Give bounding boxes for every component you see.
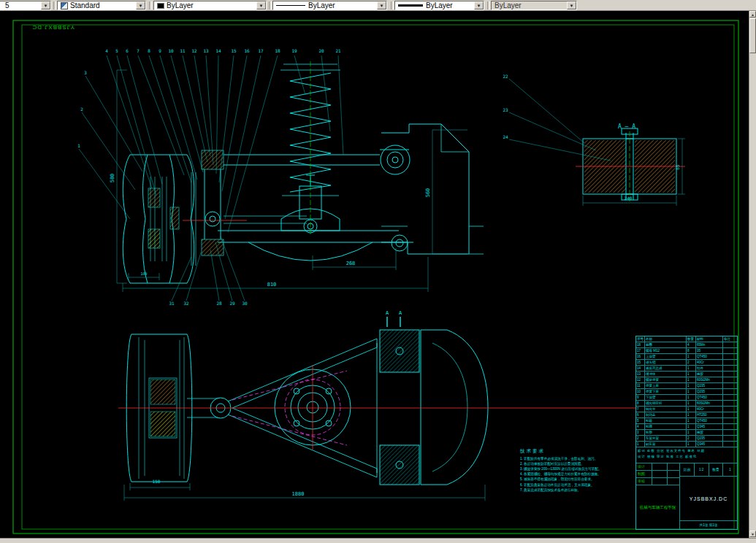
bom-cell-mat: 65Mn: [696, 342, 723, 347]
bom-cell-qty: 1: [687, 418, 696, 423]
bom-cell-mat: Q235: [696, 383, 723, 388]
bom-cell-no: 6: [636, 412, 645, 417]
svg-text:65: 65: [675, 164, 680, 170]
revision-line: 标记 处数 分区 更改文件号 签名 日期: [638, 448, 736, 454]
bom-row: 7转向节140Cr: [636, 407, 737, 412]
svg-text:30: 30: [242, 301, 248, 306]
text-style-arrow-icon[interactable]: ▼: [136, 1, 145, 9]
svg-text:9: 9: [159, 48, 161, 53]
lineweight-combo[interactable]: ByLayer ▼: [394, 1, 484, 10]
svg-text:6: 6: [126, 48, 129, 53]
bom-cell-name: 弹簧上座: [645, 383, 687, 388]
svg-text:31: 31: [169, 301, 175, 306]
bom-row: 1副车架1Q345: [636, 442, 737, 447]
bom-cell-qty: 数量: [687, 336, 696, 342]
bom-cell-qty: 4: [687, 342, 696, 347]
bom-row: 18垫圈465Mn: [636, 342, 737, 348]
bom-cell-name: 名称: [645, 336, 687, 342]
toolbar-separator: [53, 1, 56, 9]
svg-text:8: 8: [148, 48, 150, 53]
bom-cell-no: 14: [636, 366, 645, 371]
bom-cell-no: 9: [636, 395, 645, 400]
plan-view: [126, 330, 488, 485]
layer-combo-value: 5: [5, 1, 9, 9]
bom-cell-qty: 2: [687, 436, 696, 441]
bom-cell-name: 转向节: [645, 407, 687, 412]
revision-lines: 标记 处数 分区 更改文件号 签名 日期设计 校核 审定 批准 工艺 标准化: [636, 447, 737, 463]
drawing-canvas[interactable]: 4 5 6 7 8 9 10 11 12 13 14 15 16 17 18 1…: [0, 11, 749, 538]
layer-combo-arrow-icon[interactable]: ▼: [41, 1, 50, 9]
bom-cell-name: 下摆臂: [645, 395, 687, 400]
scale-label: 比例: [680, 463, 695, 476]
role-label: 审核: [636, 478, 652, 485]
svg-text:150: 150: [153, 479, 161, 484]
svg-text:24: 24: [503, 134, 508, 139]
bom-cell-name: 上摆臂: [645, 354, 687, 359]
technical-notes: 技术要求 1. 装配前所有零件必须清洗干净，去除毛刺、油污。2. 各运动摩擦副装…: [520, 448, 635, 493]
bom-cell-note: [723, 383, 737, 388]
bom-cell-no: 13: [636, 371, 645, 377]
bom-cell-note: [723, 436, 737, 441]
scroll-up-button[interactable]: ▲: [749, 11, 756, 18]
bom-cell-mat: Q235: [696, 436, 723, 441]
linetype-combo[interactable]: ByLayer ▼: [272, 1, 387, 10]
plotstyle-combo[interactable]: ByLayer ▼: [491, 1, 577, 10]
bom-cell-note: [723, 424, 737, 429]
bom-cell-mat: Q235: [696, 389, 723, 394]
lineweight-arrow-icon[interactable]: ▼: [474, 1, 484, 9]
sheet-info: 共1张 第1张: [680, 520, 737, 529]
color-combo[interactable]: ByLayer ▼: [153, 1, 267, 10]
toolbar-separator: [487, 1, 490, 9]
bom-cell-name: 螺母 M12: [645, 348, 687, 353]
svg-text:13: 13: [203, 48, 209, 53]
bom-cell-qty: 1: [687, 412, 696, 417]
bom-row: 16上摆臂1QT450: [636, 354, 737, 360]
role-row: 设计: [636, 463, 679, 471]
bom-cell-note: [723, 342, 737, 347]
bom-cell-name: 车架支架: [645, 436, 687, 441]
svg-text:810: 810: [267, 282, 277, 288]
bom-cell-note: [723, 401, 737, 406]
text-style-combo[interactable]: Standard ▼: [57, 1, 146, 10]
bom-cell-no: 10: [636, 389, 645, 394]
bom-cell-qty: 1: [687, 442, 696, 447]
bom-cell-name: 制动盘: [645, 412, 687, 417]
bom-cell-qty: 2: [687, 360, 696, 365]
svg-text:11: 11: [180, 48, 186, 53]
svg-text:22: 22: [503, 74, 508, 79]
bom-cell-name: 球头销: [645, 360, 687, 365]
bom-cell-qty: 1: [687, 424, 696, 429]
bom-cell-qty: 8: [687, 348, 696, 353]
bom-cell-qty: 1: [687, 401, 696, 406]
bom-rows: 序号名称数量材料备注18垫圈465Mn17螺母 M1283516上摆臂1QT45…: [636, 336, 737, 447]
organization-name: 机械与车辆工程学院: [636, 485, 679, 529]
linetype-arrow-icon[interactable]: ▼: [377, 1, 386, 9]
bom-row: 9下摆臂1QT450: [636, 395, 737, 401]
svg-text:15: 15: [231, 48, 237, 53]
bom-cell-no: 7: [636, 407, 645, 412]
svg-text:3: 3: [84, 70, 87, 75]
scrollbar-thumb[interactable]: [749, 18, 756, 53]
centerlines-red: [118, 166, 685, 450]
bom-cell-note: [723, 377, 737, 382]
svg-text:12: 12: [191, 48, 197, 53]
bom-cell-note: [723, 418, 737, 423]
bom-cell-no: 8: [636, 401, 645, 406]
bom-row: 5轮毂1QT450: [636, 418, 737, 424]
vertical-scrollbar[interactable]: ▲ ▼: [749, 11, 756, 538]
svg-text:32: 32: [183, 301, 189, 306]
color-arrow-icon[interactable]: ▼: [256, 1, 266, 9]
bom-cell-note: [723, 366, 737, 371]
plotstyle-arrow-icon[interactable]: ▼: [567, 1, 576, 9]
svg-text:7: 7: [137, 48, 140, 53]
layer-combo[interactable]: 5 ▼: [0, 1, 51, 10]
color-value: ByLayer: [167, 1, 194, 9]
bom-cell-mat: Q345: [696, 424, 723, 429]
bom-row: 15球头销240Cr: [636, 360, 737, 366]
bom-cell-no: 1: [636, 442, 645, 447]
notes-title: 技术要求: [520, 448, 635, 455]
svg-text:A: A: [386, 310, 389, 316]
scroll-down-button[interactable]: ▼: [749, 531, 756, 537]
bom-row: 13缓冲块1橡胶: [636, 371, 737, 377]
svg-text:29: 29: [229, 301, 235, 306]
